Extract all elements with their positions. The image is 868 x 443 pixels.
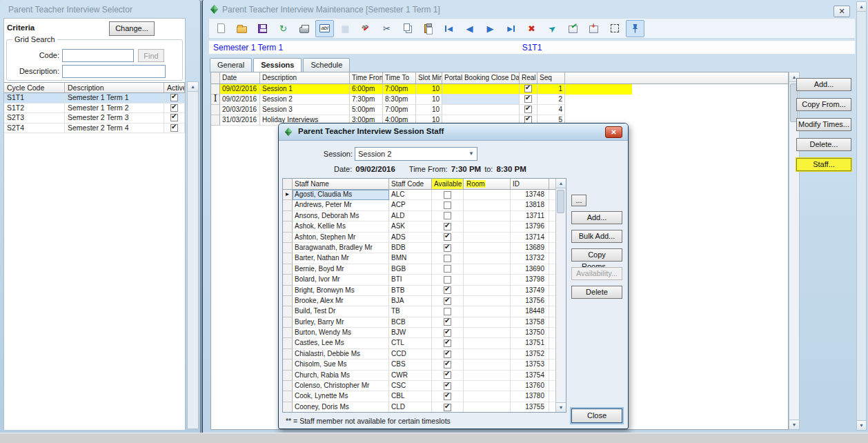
available-checkbox[interactable] — [444, 404, 451, 411]
selector-grid-scrollbar[interactable]: ▲ — [187, 81, 199, 429]
next-record-icon[interactable]: ▶ — [481, 20, 500, 37]
row-selector[interactable] — [283, 222, 293, 232]
close-button[interactable]: Close — [571, 408, 622, 423]
available-checkbox[interactable] — [444, 212, 451, 219]
scroll-thumb[interactable] — [557, 190, 564, 213]
available-checkbox[interactable] — [444, 233, 451, 241]
cycle-row[interactable]: S1T1Semester 1 Term 1 — [4, 93, 185, 104]
column-header[interactable]: Portal Booking Close Date — [442, 72, 520, 83]
row-selector[interactable] — [283, 264, 293, 275]
active-checkbox[interactable] — [170, 94, 178, 101]
delete-record-icon[interactable]: ✖ — [522, 20, 541, 37]
available-checkbox[interactable] — [444, 351, 451, 358]
row-selector[interactable] — [283, 211, 293, 222]
available-checkbox[interactable] — [444, 361, 451, 368]
row-selector[interactable] — [283, 402, 293, 412]
available-checkbox[interactable] — [444, 339, 451, 347]
add-import-icon[interactable]: + — [584, 20, 603, 37]
available-checkbox[interactable] — [444, 244, 451, 252]
staff-row[interactable]: Cooney, Doris MsCLD13755 — [283, 402, 555, 412]
available-checkbox[interactable] — [444, 308, 451, 315]
change-button[interactable]: Change... — [109, 21, 155, 36]
row-selector[interactable] — [283, 296, 293, 306]
staff-row[interactable]: Bernie, Boyd MrBGB13690 — [283, 264, 555, 275]
staff-row[interactable]: Ansons, Deborah MsALD13711 — [283, 211, 555, 222]
staff-row[interactable]: Bright, Bronwyn MsBTB13749 — [283, 286, 555, 296]
row-selector[interactable] — [211, 105, 220, 115]
previous-record-icon[interactable]: ◀ — [460, 20, 479, 37]
copy-icon[interactable] — [398, 20, 417, 37]
window-close-icon[interactable]: ✕ — [834, 6, 850, 17]
session-dropdown[interactable]: Session 2 ▼ — [355, 147, 477, 161]
staff-row[interactable]: Barter, Nathan MrBMN13732 — [283, 253, 555, 264]
column-header[interactable]: Active — [164, 83, 185, 92]
available-checkbox[interactable] — [444, 393, 451, 400]
row-selector[interactable] — [283, 391, 293, 402]
column-header[interactable]: Real — [520, 72, 537, 83]
availability-button[interactable]: Availability... — [571, 267, 622, 280]
staff-row[interactable]: Castles, Lee MsCTL13751 — [283, 338, 555, 348]
staff-button[interactable]: Staff... — [796, 158, 851, 171]
add-button[interactable]: Add... — [796, 78, 851, 91]
paste-icon[interactable] — [419, 20, 437, 37]
staff-row[interactable]: Burton, Wendy MsBJW13750 — [283, 328, 555, 338]
delete-button[interactable]: Delete... — [796, 138, 851, 151]
scroll-up-icon[interactable]: ▲ — [556, 179, 566, 188]
description-input[interactable] — [62, 65, 166, 78]
refresh-icon[interactable]: ↻ — [274, 20, 293, 37]
real-checkbox[interactable] — [524, 106, 532, 113]
staff-row[interactable]: Colenso, Christopher MrCSC13760 — [283, 381, 555, 391]
available-checkbox[interactable] — [444, 382, 451, 390]
staff-row[interactable]: ►Agosti, Claudia MsALC13748 — [283, 190, 555, 200]
available-checkbox[interactable] — [444, 265, 451, 273]
tab-sessions[interactable]: Sessions — [253, 58, 302, 72]
window-scrollbar[interactable]: ▲ ▼ — [856, 1, 867, 431]
tab-schedule[interactable]: Schedule — [303, 58, 350, 72]
column-header[interactable]: Available — [432, 179, 464, 189]
column-header[interactable]: Room — [464, 179, 511, 189]
row-selector[interactable] — [283, 328, 293, 338]
row-selector[interactable] — [283, 286, 293, 296]
tab-general[interactable]: General — [210, 58, 252, 72]
copy-from-button[interactable]: Copy From... — [796, 98, 851, 111]
active-checkbox[interactable] — [170, 104, 178, 112]
column-header[interactable]: Staff Code — [389, 179, 432, 189]
column-header[interactable]: Slot Mins — [416, 72, 442, 83]
cut-icon[interactable]: ✂ — [377, 20, 396, 37]
row-selector[interactable] — [283, 275, 293, 285]
add-button[interactable]: Add... — [571, 211, 622, 224]
open-icon[interactable] — [233, 20, 251, 37]
staff-row[interactable]: Andrews, Peter MrACP13818 — [283, 200, 555, 210]
row-selector[interactable] — [283, 317, 293, 328]
staff-row[interactable]: Cook, Lynette MsCBL13780 — [283, 391, 555, 402]
row-selector[interactable] — [283, 233, 293, 243]
available-checkbox[interactable] — [444, 201, 451, 209]
column-header[interactable]: Time To — [383, 72, 416, 83]
find-button[interactable]: Find — [138, 49, 164, 62]
row-selector[interactable] — [283, 200, 293, 210]
real-checkbox[interactable] — [524, 85, 532, 92]
row-selector[interactable] — [211, 115, 220, 126]
first-record-icon[interactable]: ◀ — [440, 20, 458, 37]
session-row[interactable]: 09/02/2016Session 16:00pm7:00pm101 — [211, 84, 788, 95]
active-checkbox[interactable] — [170, 124, 178, 132]
select-region-icon[interactable] — [605, 20, 624, 37]
available-checkbox[interactable] — [444, 223, 451, 230]
available-checkbox[interactable] — [444, 318, 451, 326]
staff-row[interactable]: Chisolm, Sue MsCBS13753 — [283, 360, 555, 370]
available-checkbox[interactable] — [444, 286, 451, 294]
staff-row[interactable]: Chialastri, Debbie MsCCD13752 — [283, 349, 555, 360]
column-header[interactable]: Time From — [350, 72, 383, 83]
row-selector[interactable] — [211, 84, 220, 95]
row-selector[interactable]: I — [211, 95, 220, 105]
copy-rooms-button[interactable]: Copy Rooms... — [571, 248, 622, 262]
row-selector[interactable] — [283, 338, 293, 348]
cycle-row[interactable]: S1T2Semester 1 Term 2 — [4, 104, 185, 114]
save-icon[interactable] — [253, 20, 272, 37]
staff-row[interactable]: Baragwanath, Bradley MrBDB13689 — [283, 243, 555, 253]
cycle-row[interactable]: S2T4Semester 2 Term 4 — [4, 124, 185, 134]
scroll-down-icon[interactable]: ▼ — [857, 420, 866, 430]
session-row[interactable]: 20/03/2016Session 35:00pm7:00pm104 — [211, 105, 788, 115]
staff-grid-scrollbar[interactable]: ▲ ▼ — [555, 179, 566, 412]
row-selector[interactable] — [283, 360, 293, 370]
